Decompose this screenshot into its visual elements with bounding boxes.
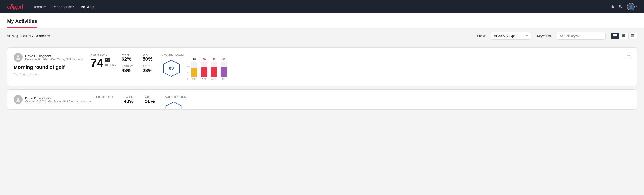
- viewing-count: 12: [19, 34, 22, 38]
- fw-hit-label: FW Hit: [124, 95, 138, 98]
- page-title: My Activities: [7, 18, 37, 24]
- compact-view-button[interactable]: [628, 32, 637, 39]
- score-number: 74: [90, 57, 103, 69]
- y-label-50: 50: [186, 72, 190, 74]
- fw-hit-stat: FW Hit 62%: [122, 53, 136, 62]
- putt-value: 89: [222, 58, 226, 61]
- toolbar: Viewing 12 out of 29 Activities Show: Al…: [0, 28, 644, 44]
- activity-type-value: All Activity Types: [494, 34, 517, 38]
- user-date: October 16, 2021 - Gog Magog Golf Club -…: [25, 100, 91, 103]
- nav-teams-label: Teams: [34, 5, 44, 9]
- app-label: APP: [202, 78, 207, 80]
- y-label-0: 0: [186, 78, 190, 80]
- page-title-underline: My Activities: [7, 14, 37, 28]
- navbar: clippd Teams ▾ Performance ▾ Activities …: [0, 0, 644, 14]
- ott-bar-container: [191, 62, 198, 77]
- user-info: Dave Billingham December 05, 2021 - Gog …: [25, 54, 84, 61]
- score-badge: +4: [105, 58, 110, 62]
- svg-rect-9: [631, 36, 634, 36]
- nav-link-activities[interactable]: Activities: [81, 5, 94, 9]
- logo[interactable]: clippd: [7, 3, 23, 10]
- svg-rect-4: [624, 34, 626, 36]
- chevron-down-icon: ▾: [44, 6, 46, 8]
- gir-stat: GIR 56%: [145, 95, 160, 104]
- round-score-label: Round Score: [96, 95, 118, 98]
- user-row: Dave Billingham December 05, 2021 - Gog …: [14, 53, 85, 62]
- person-icon: [16, 55, 21, 60]
- gir-value: 56%: [145, 98, 160, 104]
- round-score-block: Round Score: [96, 95, 118, 99]
- refresh-icon[interactable]: ↻: [619, 4, 622, 9]
- shot-quality-section: Avg Shot Quality 89 100 50 0: [162, 53, 630, 80]
- putt-label: PUTT: [221, 78, 227, 80]
- svg-rect-7: [631, 34, 634, 35]
- grid-icon: [622, 34, 626, 38]
- svg-text:89: 89: [169, 66, 174, 70]
- dropdown-chevron-icon: ▾: [526, 34, 528, 38]
- bar-app: 90 APP: [201, 58, 207, 80]
- viewing-out-of-label: out of: [23, 34, 31, 38]
- round-score-block: Round Score 74 +4 18 Holes: [90, 53, 116, 69]
- edit-button[interactable]: ✏: [625, 52, 632, 59]
- ott-label: OTT: [192, 78, 197, 80]
- ott-value: 85: [193, 58, 196, 61]
- nav-right: ⊕ ↻ 👤 ▾: [610, 3, 637, 10]
- activity-card: ✏ Dave Billingham December 05, 2021 - Go…: [7, 47, 637, 86]
- app-bar-fill: [201, 68, 207, 77]
- gir-label: GIR: [142, 53, 157, 56]
- bar-ott: 85 OTT: [191, 58, 198, 80]
- compact-icon: [631, 34, 634, 38]
- svg-rect-0: [614, 34, 617, 35]
- search-input[interactable]: [556, 32, 606, 40]
- avatar-icon: 👤: [628, 5, 633, 9]
- fw-hit-value: 43%: [124, 98, 138, 104]
- activity-title: Morning round of golf: [14, 64, 85, 70]
- list-view-button[interactable]: [611, 32, 620, 39]
- user-info: Dave Billingham October 16, 2021 - Gog M…: [25, 96, 91, 103]
- gir-label: GIR: [145, 95, 160, 98]
- gir-stat: GIR 50%: [142, 53, 157, 62]
- shot-quality-hexagon: [165, 101, 183, 110]
- list-icon: [614, 34, 617, 38]
- shot-quality-hexagon: 89: [162, 59, 180, 79]
- svg-rect-3: [622, 34, 624, 36]
- y-label-100: 100: [186, 65, 190, 67]
- person-icon: [16, 97, 21, 102]
- fw-hit-stat: FW Hit 43%: [124, 95, 138, 104]
- nav-performance-label: Performance: [53, 5, 72, 9]
- svg-rect-10: [631, 37, 634, 38]
- round-score-value: 74 +4 18 Holes: [90, 57, 116, 69]
- shot-quality-content: 89 100 50 0 85 O: [162, 58, 630, 80]
- svg-rect-6: [624, 36, 626, 38]
- user-avatar-button[interactable]: 👤 ▾: [627, 3, 637, 10]
- app-value: 90: [202, 58, 206, 61]
- nav-activities-label: Activities: [81, 5, 94, 9]
- grid-view-button[interactable]: [620, 32, 628, 39]
- activity-card: Dave Billingham October 16, 2021 - Gog M…: [7, 90, 637, 110]
- arg-value: 89: [212, 58, 215, 61]
- activity-type-dropdown[interactable]: All Activity Types ▾: [491, 32, 531, 40]
- card-left: Dave Billingham December 05, 2021 - Gog …: [14, 53, 85, 76]
- nav-link-performance[interactable]: Performance ▾: [53, 5, 74, 9]
- nav-link-teams[interactable]: Teams ▾: [34, 5, 46, 9]
- viewing-label: Viewing: [7, 34, 18, 38]
- y-axis: 100 50 0: [186, 65, 190, 80]
- ott-bar-fill: [191, 68, 198, 77]
- one-putt-label: 1 Putt: [142, 64, 157, 68]
- arg-label: ARG: [211, 78, 217, 80]
- one-putt-value: 28%: [142, 68, 157, 74]
- arg-bar-fill: [211, 68, 217, 77]
- add-icon[interactable]: ⊕: [610, 4, 614, 9]
- bar-arg: 89 ARG: [211, 58, 217, 80]
- shot-quality-partial: 94 82 106 87: [165, 101, 630, 110]
- bar-chart: 100 50 0 85 OTT 90: [186, 58, 227, 80]
- app-bar-container: [201, 62, 207, 77]
- svg-rect-1: [614, 36, 617, 36]
- bar-putt: 89 PUTT: [221, 58, 227, 80]
- stats-grid-partial: FW Hit 43% GIR 56%: [124, 95, 160, 104]
- page-header: My Activities: [0, 14, 644, 28]
- svg-point-15: [17, 98, 19, 100]
- user-date: December 05, 2021 - Gog Magog Golf Club …: [25, 58, 84, 61]
- holes-text: 18 Holes: [105, 64, 116, 67]
- data-source: Data Source: Arccos: [14, 73, 85, 76]
